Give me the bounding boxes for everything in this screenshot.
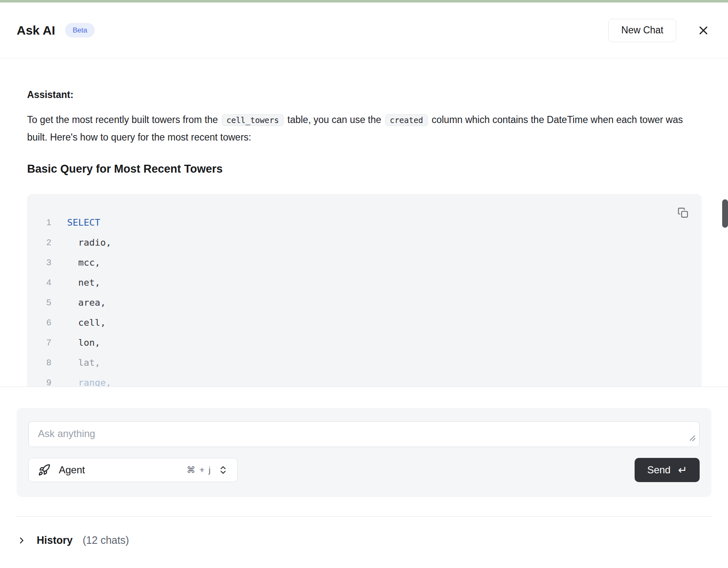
chevron-right-icon	[17, 535, 27, 545]
sql-code-block: 1SELECT2 radio,3 mcc,4 net,5 area,6 cell…	[27, 194, 702, 387]
code-line-number: 2	[27, 237, 51, 247]
message-section-heading: Basic Query for Most Recent Towers	[27, 163, 702, 176]
text-segment: To get the most recently built towers fr…	[27, 114, 221, 125]
code-line-number: 3	[27, 257, 51, 267]
code-line: 3 mcc,	[27, 252, 702, 272]
composer-panel: Agent ⌘ + j Send ↵	[17, 408, 711, 497]
code-line: 4 net,	[27, 272, 702, 292]
assistant-message-text: To get the most recently built towers fr…	[27, 111, 702, 146]
code-line-text: lon,	[67, 337, 100, 348]
inline-code-chip: cell_towers	[222, 114, 284, 126]
code-line-text: mcc,	[67, 257, 100, 268]
send-button[interactable]: Send ↵	[635, 458, 700, 482]
code-line-number: 4	[27, 277, 51, 287]
scrollbar-thumb[interactable]	[722, 199, 728, 228]
copy-code-button[interactable]	[676, 206, 690, 220]
beta-badge: Beta	[65, 23, 95, 38]
code-line-number: 1	[27, 217, 51, 227]
code-line-text: lat,	[67, 357, 100, 368]
code-line: 2 radio,	[27, 232, 702, 252]
chat-messages-area: Assistant: To get the most recently buil…	[0, 58, 728, 387]
assistant-role-label: Assistant:	[27, 89, 702, 101]
panel-header: Ask AI Beta New Chat	[0, 3, 728, 58]
send-label: Send	[647, 464, 670, 476]
code-line-text: range,	[67, 377, 111, 387]
code-line: 1SELECT	[27, 212, 702, 232]
inline-code-chip: created	[385, 114, 428, 126]
code-line: 7 lon,	[27, 332, 702, 352]
code-line-text: cell,	[67, 317, 106, 328]
enter-key-icon: ↵	[678, 465, 687, 475]
code-line: 9 range,	[27, 372, 702, 387]
chevron-up-down-icon	[218, 465, 228, 475]
close-button[interactable]	[695, 23, 711, 38]
composer-input-wrap	[28, 421, 700, 447]
code-lines: 1SELECT2 radio,3 mcc,4 net,5 area,6 cell…	[27, 212, 702, 387]
mode-shortcut: ⌘ + j	[186, 465, 211, 475]
history-toggle[interactable]: History (12 chats)	[17, 534, 711, 546]
code-line-number: 5	[27, 297, 51, 307]
code-line-text: radio,	[67, 237, 111, 248]
code-line: 8 lat,	[27, 352, 702, 372]
code-line-number: 9	[27, 377, 51, 387]
code-line: 5 area,	[27, 292, 702, 312]
code-line-text: net,	[67, 277, 100, 288]
mode-label: Agent	[59, 464, 85, 476]
ask-anything-input[interactable]	[28, 421, 700, 447]
close-icon	[697, 24, 710, 37]
composer-controls-row: Agent ⌘ + j Send ↵	[28, 458, 700, 482]
code-line: 6 cell,	[27, 312, 702, 332]
code-line-text: SELECT	[67, 217, 100, 228]
mode-selector[interactable]: Agent ⌘ + j	[28, 458, 238, 482]
new-chat-button[interactable]: New Chat	[608, 19, 676, 42]
text-segment: table, you can use the	[285, 114, 384, 125]
rocket-icon	[38, 464, 50, 476]
history-label: History	[37, 534, 73, 546]
code-line-text: area,	[67, 297, 106, 308]
code-line-number: 8	[27, 357, 51, 367]
history-count: (12 chats)	[83, 534, 129, 546]
copy-icon	[678, 207, 688, 218]
panel-title: Ask AI	[17, 23, 55, 38]
code-line-number: 7	[27, 337, 51, 347]
code-line-number: 6	[27, 317, 51, 327]
history-divider	[17, 516, 711, 517]
